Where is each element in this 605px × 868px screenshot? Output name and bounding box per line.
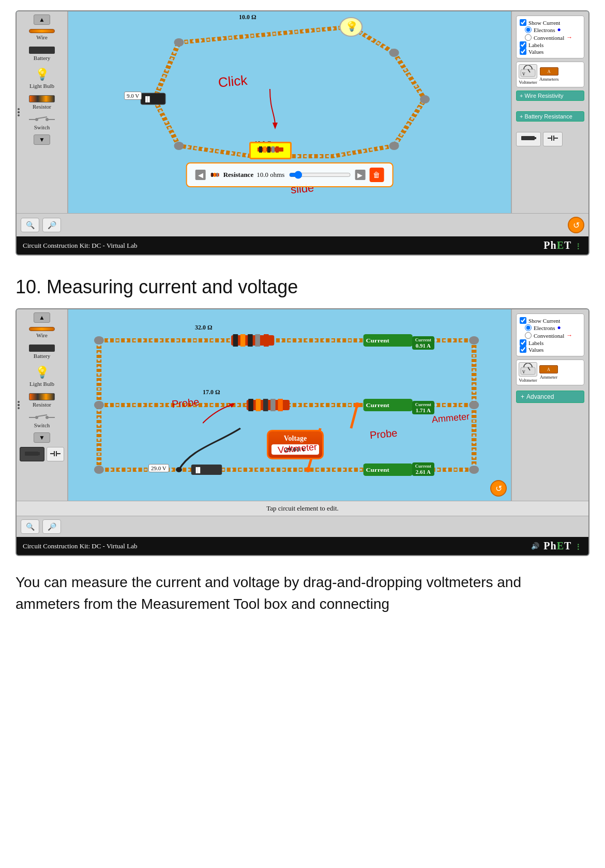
svg-point-50 bbox=[94, 401, 104, 409]
values-checkbox[interactable] bbox=[520, 48, 526, 55]
sim2-toolbar-wire[interactable]: Wire bbox=[19, 325, 65, 340]
svg-rect-62 bbox=[270, 399, 276, 411]
sim2-labels-checkbox[interactable] bbox=[520, 339, 526, 346]
audio-icon[interactable]: 🔊 bbox=[531, 542, 539, 550]
sim2-toolbar-battery[interactable]: Battery bbox=[19, 342, 65, 361]
toolbar-item-bulb[interactable]: 💡 Light Bulb bbox=[19, 65, 65, 91]
sim2-voltmeter-tool[interactable]: V bbox=[519, 362, 537, 377]
sim2-right-panel: Show Current Electrons ● Conventional bbox=[511, 309, 588, 501]
sim2-probe2-label: Probe bbox=[369, 427, 398, 442]
conventional-radio-label[interactable]: Conventional → bbox=[525, 34, 581, 41]
resistance-slider[interactable] bbox=[289, 171, 351, 179]
popup-resistance-label: Resistance bbox=[223, 171, 254, 179]
current-box-1: Current 0.91 A bbox=[412, 336, 434, 350]
svg-rect-24 bbox=[214, 173, 216, 177]
current-label-1: Current bbox=[415, 337, 431, 342]
svg-point-48 bbox=[469, 466, 479, 474]
popup-forward-btn[interactable]: ▶ bbox=[355, 170, 365, 180]
sim2-switch-label: Switch bbox=[34, 422, 50, 428]
sim2-toolbar-switch[interactable]: Switch bbox=[19, 412, 65, 430]
electrons-radio[interactable] bbox=[525, 26, 532, 33]
voltmeter-tool-label: Voltmeter bbox=[519, 80, 537, 85]
sim2-voltage-label: 29.0 V bbox=[148, 464, 169, 472]
voltmeter-tool-icon[interactable]: V bbox=[519, 64, 537, 79]
svg-point-46 bbox=[94, 336, 104, 345]
sim2-resistor1-label: 32.0 Ω bbox=[195, 324, 213, 332]
sim2-capacitor-tool[interactable] bbox=[47, 447, 64, 461]
sim2-electrons-radio-label[interactable]: Electrons ● bbox=[525, 324, 581, 332]
conventional-radio[interactable] bbox=[525, 34, 532, 41]
wire-label: Wire bbox=[36, 34, 48, 40]
toolbar-chevron-up[interactable]: ▲ bbox=[34, 14, 50, 25]
body-text: You can measure the current and voltage … bbox=[0, 556, 605, 625]
reload-btn[interactable]: ↺ bbox=[568, 217, 584, 233]
sim2-values-label[interactable]: Values bbox=[520, 346, 581, 353]
switch-icon bbox=[29, 116, 55, 123]
sim2-battery-icon bbox=[29, 345, 55, 352]
sim2-ammeter-tool[interactable]: A bbox=[539, 365, 558, 373]
sim2-bulb-icon: 💡 bbox=[36, 365, 48, 380]
battery-bottom-icon[interactable] bbox=[516, 132, 541, 146]
sim2-values-checkbox[interactable] bbox=[520, 346, 526, 353]
svg-rect-53 bbox=[233, 334, 238, 347]
sim2-show-current-checkbox[interactable] bbox=[520, 317, 526, 324]
sim2-show-current-label[interactable]: Show Current bbox=[520, 317, 581, 324]
sim2-conventional-radio-label[interactable]: Conventional → bbox=[525, 332, 581, 339]
labels-checkbox[interactable] bbox=[520, 41, 526, 48]
popup-delete-btn[interactable]: 🗑 bbox=[369, 168, 384, 182]
ammeter-tool-icon[interactable]: A bbox=[540, 67, 558, 76]
sim2-footer-title: Circuit Construction Kit: DC - Virtual L… bbox=[23, 542, 137, 550]
toolbar-item-battery[interactable]: Battery bbox=[19, 44, 65, 63]
svg-point-9 bbox=[174, 142, 184, 150]
electrons-radio-group: Electrons ● bbox=[525, 26, 581, 34]
values-checkbox-label[interactable]: Values bbox=[520, 48, 581, 55]
show-current-checkbox-label[interactable]: Show Current bbox=[520, 19, 581, 26]
advanced-btn[interactable]: + Advanced bbox=[516, 391, 584, 403]
svg-rect-40 bbox=[25, 452, 38, 456]
svg-text:V: V bbox=[522, 370, 525, 375]
sim2-conventional-radio[interactable] bbox=[525, 332, 532, 339]
svg-line-37 bbox=[38, 415, 47, 416]
sim2-chevron-up[interactable]: ▲ bbox=[34, 312, 50, 323]
toolbar-chevron-down[interactable]: ▼ bbox=[34, 134, 50, 145]
popup-back-btn[interactable]: ◀ bbox=[195, 170, 206, 180]
svg-point-7 bbox=[420, 95, 430, 103]
sim2-show-current-card: Show Current Electrons ● Conventional bbox=[516, 313, 584, 356]
selected-resistor[interactable] bbox=[249, 142, 292, 159]
current-label-2: Current bbox=[415, 402, 431, 407]
sim2-battery-tool[interactable] bbox=[20, 447, 44, 461]
battery-resistance-btn[interactable]: + Battery Resistance bbox=[516, 111, 584, 122]
svg-rect-70 bbox=[364, 463, 413, 476]
zoom-out-btn[interactable]: 🔍 bbox=[21, 218, 39, 232]
popup-resistance-value: 10.0 ohms bbox=[256, 171, 284, 179]
sim2-zoom-in-btn[interactable]: 🔎 bbox=[42, 519, 61, 534]
circuit-svg-2: ▐▌ Current Current Current bbox=[68, 309, 511, 501]
sim2-footer: Circuit Construction Kit: DC - Virtual L… bbox=[17, 537, 588, 555]
sim2-resistor-icon bbox=[29, 393, 55, 400]
sim2-resistor2-label: 17.0 Ω bbox=[203, 388, 220, 396]
sim2-labels-label[interactable]: Labels bbox=[520, 339, 581, 346]
labels-checkbox-label[interactable]: Labels bbox=[520, 41, 581, 48]
sim2-electrons-radio[interactable] bbox=[525, 324, 532, 331]
sim2-toolbar-bulb[interactable]: 💡 Light Bulb bbox=[19, 363, 65, 389]
wire-resistivity-btn[interactable]: + Wire Resistivity bbox=[516, 91, 584, 101]
zoom-in-btn[interactable]: 🔎 bbox=[42, 218, 61, 232]
sim2-reload-btn[interactable]: ↺ bbox=[490, 480, 507, 497]
sim2-zoom-out-btn[interactable]: 🔍 bbox=[21, 519, 39, 534]
toolbar-item-wire[interactable]: Wire bbox=[19, 27, 65, 42]
sim2-toolbar-resistor[interactable]: Resistor bbox=[19, 391, 65, 410]
current-box-2: Current 1.71 A bbox=[412, 401, 434, 414]
toolbar-item-resistor[interactable]: Resistor bbox=[19, 93, 65, 112]
capacitor-bottom-icon[interactable] bbox=[543, 132, 563, 146]
sim2-chevron-down[interactable]: ▼ bbox=[34, 432, 50, 443]
electrons-radio-label[interactable]: Electrons ● bbox=[525, 26, 581, 34]
svg-rect-61 bbox=[263, 399, 268, 411]
toolbar-item-switch[interactable]: Switch bbox=[19, 114, 65, 132]
show-current-checkbox[interactable] bbox=[520, 19, 526, 26]
show-current-card: Show Current Electrons ● Conventional bbox=[516, 16, 584, 58]
sim1-wrapper: ▲ Wire Battery bbox=[0, 0, 605, 256]
sim2-main: ▲ Wire Battery bbox=[17, 309, 588, 501]
voltmeter-instrument[interactable]: Voltage 29.00 V bbox=[267, 430, 324, 459]
svg-rect-58 bbox=[247, 400, 290, 410]
resistor-label: Resistor bbox=[33, 103, 51, 110]
